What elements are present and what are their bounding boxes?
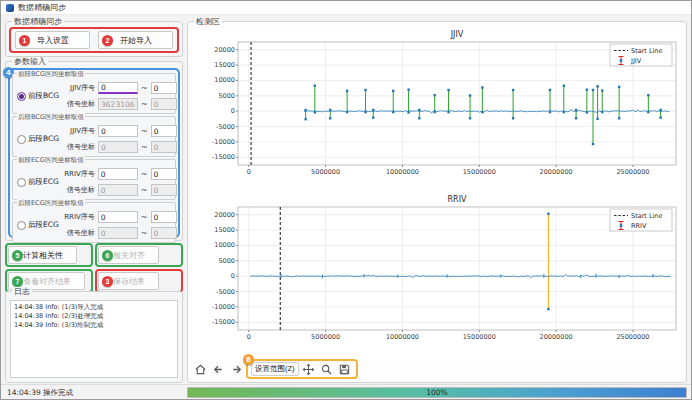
error-bar-cap bbox=[563, 111, 565, 113]
window-title: 数据精确同步 bbox=[18, 2, 66, 13]
error-bar-cap bbox=[549, 111, 551, 113]
radio-option[interactable]: 前段BCG bbox=[13, 79, 59, 113]
error-bar-cap bbox=[346, 90, 348, 92]
param-input-to[interactable] bbox=[151, 168, 177, 180]
param-input-to[interactable] bbox=[151, 82, 177, 94]
log-line: 14:04:38 Info: (1/3)导入完成 bbox=[14, 303, 174, 312]
param-row: JJIV序号~ bbox=[59, 125, 177, 138]
error-bar-cap bbox=[469, 94, 471, 96]
title-bar: 数据精确同步 bbox=[1, 1, 691, 15]
x-tick-label: 10000000 bbox=[386, 333, 419, 341]
x-tick-label: 20000000 bbox=[540, 333, 573, 341]
radio-option[interactable]: 后段BCG bbox=[13, 122, 59, 156]
param-input-from[interactable] bbox=[98, 168, 138, 180]
params-group: 参数输入 4 前段BCG区间坐标取值前段BCGJJIV序号~信号坐标~后段BCG… bbox=[5, 61, 183, 241]
error-bar-cap bbox=[392, 111, 394, 113]
param-input-from[interactable] bbox=[98, 227, 138, 239]
rriv-plot[interactable]: -15000-10000-500005000100001500020000050… bbox=[192, 194, 684, 361]
action-button-6[interactable]: 6相关对齐 bbox=[98, 246, 159, 264]
param-input-from[interactable] bbox=[98, 125, 138, 137]
forward-icon bbox=[230, 363, 243, 376]
left-panel: 数据精确同步 1导入设置2开始导入 参数输入 4 前段BCG区间坐标取值前段BC… bbox=[5, 21, 185, 383]
y-tick-label: -5000 bbox=[216, 288, 235, 296]
param-row: 信号坐标~ bbox=[59, 227, 177, 240]
param-row-label: 信号坐标 bbox=[59, 142, 95, 152]
radio-button[interactable] bbox=[17, 221, 26, 230]
param-input-from[interactable] bbox=[98, 211, 138, 223]
log-line: 14:04:38 Info: (2/3)处理完成 bbox=[14, 312, 174, 321]
param-row-label: RRIV序号 bbox=[59, 169, 95, 179]
log-group-title: 日志 bbox=[12, 287, 32, 296]
params-group-title: 参数输入 bbox=[12, 57, 48, 66]
param-row-label: 信号坐标 bbox=[59, 185, 95, 195]
param-input-to[interactable] bbox=[151, 184, 177, 196]
param-input-to[interactable] bbox=[151, 125, 177, 137]
error-bar-cap bbox=[447, 111, 449, 113]
param-input-to[interactable] bbox=[151, 227, 177, 239]
import-button-1[interactable]: 1导入设置 bbox=[15, 31, 90, 49]
error-bar-cap bbox=[329, 117, 331, 119]
error-bar-cap bbox=[372, 109, 374, 111]
error-bar-cap bbox=[304, 118, 306, 120]
range-separator: ~ bbox=[141, 170, 148, 179]
set-range-button[interactable]: 设置范围(Z) bbox=[251, 362, 299, 376]
param-input-to[interactable] bbox=[151, 98, 177, 110]
error-bar-cap bbox=[434, 94, 436, 96]
param-input-from[interactable] bbox=[98, 184, 138, 196]
jjiv-chart[interactable]: -15000-10000-500005000100001500020000050… bbox=[192, 29, 684, 196]
error-bar-cap bbox=[647, 94, 649, 96]
error-bar-cap bbox=[469, 117, 471, 119]
log-line: 14:04:39 Info: (3/3)绘制完成 bbox=[14, 321, 174, 330]
legend: Start LineRRIV bbox=[610, 209, 672, 231]
radio-label: 前段ECG bbox=[28, 177, 59, 187]
error-bar-cap bbox=[549, 89, 551, 91]
save-figure-button[interactable] bbox=[337, 361, 353, 377]
home-icon bbox=[194, 363, 207, 376]
back-icon bbox=[212, 363, 225, 376]
radio-label: 后段ECG bbox=[28, 220, 59, 230]
badge-6: 6 bbox=[102, 250, 113, 261]
action-button-5[interactable]: 5计算相关性 bbox=[8, 246, 77, 264]
action-buttons: 5计算相关性6相关对齐7查看对齐结果3保存结果 bbox=[5, 243, 183, 293]
error-bar-cap bbox=[601, 89, 603, 91]
param-rows: JJIV序号~信号坐标~ bbox=[59, 122, 181, 156]
param-input-to[interactable] bbox=[151, 211, 177, 223]
error-bar-cap bbox=[372, 116, 374, 118]
error-bar-cap bbox=[392, 90, 394, 92]
action-button-3[interactable]: 3保存结果 bbox=[98, 272, 159, 290]
radio-button[interactable] bbox=[17, 178, 26, 187]
param-input-from[interactable] bbox=[98, 141, 138, 153]
param-input-to[interactable] bbox=[151, 141, 177, 153]
y-tick-label: -5000 bbox=[216, 123, 235, 131]
button-label: 查看对齐结果 bbox=[23, 276, 71, 287]
legend-series: JJIV bbox=[630, 57, 642, 65]
back-button[interactable] bbox=[210, 361, 226, 377]
jjiv-plot[interactable]: -15000-10000-500005000100001500020000050… bbox=[192, 29, 684, 196]
home-button[interactable] bbox=[192, 361, 208, 377]
button-label: 开始导入 bbox=[113, 35, 159, 46]
x-tick-label: 15000000 bbox=[463, 333, 496, 341]
rriv-chart[interactable]: -15000-10000-500005000100001500020000050… bbox=[192, 194, 684, 361]
status-text: 14:04:39 操作完成 bbox=[7, 388, 73, 398]
param-input-from[interactable] bbox=[98, 82, 138, 94]
error-bar-cap bbox=[586, 88, 588, 90]
plot-panel-title: 检测区 bbox=[194, 17, 222, 26]
y-tick-label: 5000 bbox=[218, 92, 235, 100]
zoom-button[interactable] bbox=[319, 361, 335, 377]
x-tick-label: 25000000 bbox=[616, 333, 649, 341]
error-bar-cap bbox=[563, 84, 565, 86]
forward-button[interactable] bbox=[228, 361, 244, 377]
error-bar-cap bbox=[618, 86, 620, 88]
error-bar-cap bbox=[659, 109, 661, 111]
radio-button[interactable] bbox=[17, 135, 26, 144]
param-section-title: 后段BCG区间坐标取值 bbox=[17, 113, 85, 121]
param-rows: JJIV序号~信号坐标~ bbox=[59, 79, 181, 113]
radio-option[interactable]: 后段ECG bbox=[13, 208, 59, 242]
radio-button[interactable] bbox=[17, 92, 26, 101]
import-button-2[interactable]: 2开始导入 bbox=[98, 31, 173, 49]
pan-button[interactable] bbox=[301, 361, 317, 377]
param-input-from[interactable] bbox=[98, 98, 138, 110]
error-bar-cap bbox=[618, 117, 620, 119]
radio-option[interactable]: 前段ECG bbox=[13, 165, 59, 199]
y-tick-label: 20000 bbox=[214, 211, 235, 219]
